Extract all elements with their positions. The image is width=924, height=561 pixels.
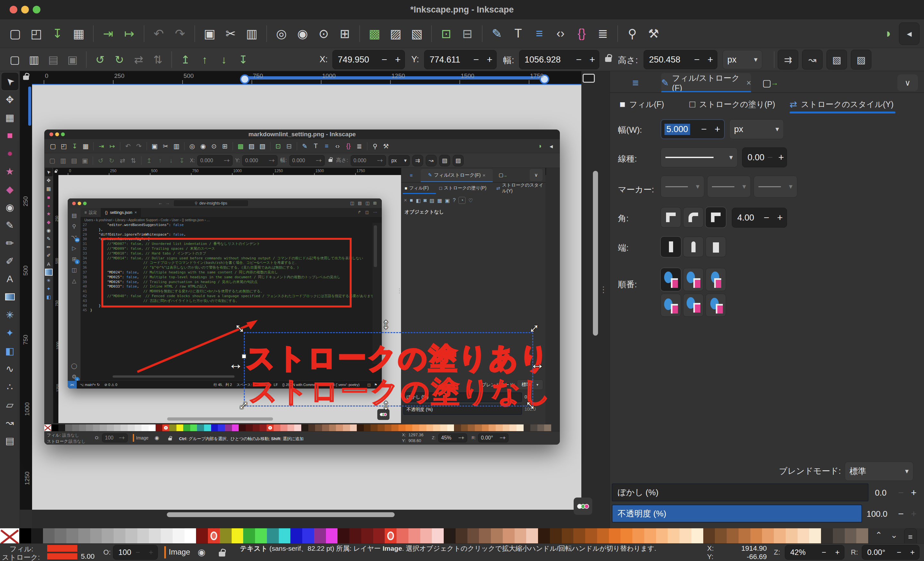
palette-swatch[interactable] [274, 425, 281, 431]
palette-swatch[interactable] [190, 425, 197, 431]
stroke-color-swatch[interactable] [47, 553, 77, 560]
palette-swatch[interactable] [208, 528, 220, 543]
palette-swatch[interactable] [432, 528, 444, 543]
palette-swatch[interactable] [405, 425, 412, 431]
palette-swatch[interactable] [246, 425, 253, 431]
palette-swatch[interactable] [126, 528, 137, 543]
palette-swatch[interactable] [149, 528, 161, 543]
mesh-tool[interactable]: ✳ [45, 276, 52, 285]
mid-marker-dropdown[interactable]: ▾ [707, 176, 751, 197]
palette-swatch[interactable] [373, 528, 385, 543]
palette-swatch[interactable] [426, 425, 434, 431]
stroke-width-field[interactable]: 5.000 −+ [661, 119, 725, 139]
import-icon[interactable]: ⇥ [98, 24, 119, 43]
eraser-tool[interactable]: ▱ [1, 396, 19, 414]
start-marker-dropdown[interactable]: ▾ [661, 176, 704, 197]
palette-swatch[interactable] [31, 528, 43, 543]
palette-swatch[interactable] [530, 425, 537, 431]
pen-tool[interactable]: ✎ [45, 235, 52, 243]
palette-swatch[interactable] [750, 528, 762, 543]
palette-swatch[interactable] [172, 528, 184, 543]
color-managed-view-icon[interactable] [574, 498, 592, 515]
snap-toggle-icon[interactable]: ◗ [878, 24, 899, 43]
node-tool[interactable]: ✥ [45, 176, 52, 185]
spiral-tool[interactable]: ◉ [45, 226, 52, 235]
palette-swatch[interactable] [408, 528, 420, 543]
palette-swatch[interactable] [809, 528, 821, 543]
text-tool[interactable]: A [1, 270, 19, 288]
palette-swatch[interactable] [290, 528, 302, 543]
height-plus[interactable]: + [704, 54, 717, 65]
palette-swatch[interactable] [798, 528, 810, 543]
palette-swatch[interactable] [468, 425, 475, 431]
paste-icon[interactable]: ▥ [241, 24, 262, 43]
units-dropdown[interactable]: px▾ [723, 50, 762, 69]
palette-swatch[interactable] [253, 425, 260, 431]
palette-swatch[interactable] [196, 528, 208, 543]
palette-swatch[interactable] [93, 425, 100, 431]
stroke-width-minus[interactable]: − [697, 124, 711, 135]
cap-square-button[interactable] [705, 236, 726, 257]
palette-swatch[interactable] [392, 425, 399, 431]
zoom-page-width-icon[interactable]: ⊞ [334, 24, 356, 43]
selector-tool[interactable]: ➤ [1, 72, 19, 90]
palette-swatch[interactable] [692, 528, 703, 543]
palette-swatch[interactable] [114, 528, 126, 543]
pages-tool[interactable]: ▤ [1, 431, 19, 449]
object-opacity-field[interactable]: 100−+ [113, 545, 158, 560]
palette-swatch[interactable] [491, 528, 503, 543]
paint-order-1-button[interactable] [661, 268, 681, 291]
palette-swatch[interactable] [668, 528, 680, 543]
palette-swatch[interactable] [856, 528, 868, 543]
width-minus[interactable]: − [572, 54, 585, 65]
current-layer-name[interactable]: Image [169, 548, 190, 557]
undo-icon[interactable]: ↶ [148, 24, 170, 43]
palette-swatch[interactable] [114, 425, 121, 431]
palette-swatch[interactable] [86, 425, 93, 431]
palette-swatch[interactable] [370, 425, 378, 431]
palette-swatch[interactable] [738, 528, 750, 543]
horizontal-scrollbar[interactable] [167, 512, 394, 517]
spray-tool[interactable]: ∴ [1, 378, 19, 396]
palette-swatch[interactable] [184, 528, 196, 543]
palette-swatch[interactable] [302, 528, 314, 543]
stretch-handle-w[interactable]: ↔ [228, 356, 243, 371]
stretch-handle-s[interactable]: ↔ [381, 398, 396, 413]
palette-swatch[interactable] [220, 528, 232, 543]
cap-round-button[interactable] [683, 236, 704, 257]
palette-swatch[interactable] [715, 528, 727, 543]
connector-tool[interactable]: ↝ [1, 414, 19, 431]
swatches-dialog-tab[interactable]: ≡ [613, 73, 658, 92]
palette-swatch[interactable] [100, 425, 107, 431]
palette-swatch[interactable] [562, 528, 574, 543]
dropper-tool[interactable]: ✦ [1, 324, 19, 342]
lock-ratio-icon[interactable] [605, 57, 612, 62]
x-minus[interactable]: − [378, 54, 391, 65]
rectangle-tool[interactable]: ■ [1, 126, 19, 144]
new-document-icon[interactable]: ▢ [4, 24, 26, 43]
palette-swatch[interactable] [183, 425, 190, 431]
zoom-selection-icon[interactable]: ◎ [271, 24, 292, 43]
print-icon[interactable]: ▦ [68, 24, 89, 43]
minimize-window-button[interactable] [21, 6, 29, 13]
palette-swatch[interactable] [845, 528, 856, 543]
x-plus[interactable]: + [391, 54, 405, 65]
zoom-window-button[interactable] [33, 6, 40, 13]
layer-visibility-icon[interactable]: ◉ [198, 547, 206, 558]
palette-swatch[interactable] [364, 425, 371, 431]
dash-offset-field[interactable]: 0.00−+ [742, 147, 787, 168]
horizontal-ruler[interactable]: 02505007501000125015001750 [32, 71, 581, 84]
palette-swatch[interactable] [162, 425, 170, 431]
group-icon[interactable]: ⊡ [436, 24, 457, 43]
blur-plus[interactable]: + [907, 487, 921, 498]
palette-swatch[interactable] [301, 425, 308, 431]
palette-swatch[interactable] [412, 425, 419, 431]
palette-swatch[interactable] [833, 528, 845, 543]
flip-horizontal-icon[interactable]: ⇄ [129, 51, 148, 69]
palette-swatch[interactable] [396, 528, 408, 543]
palette-swatch[interactable] [597, 528, 609, 543]
redo-icon[interactable]: ↷ [170, 24, 190, 43]
palette-swatch[interactable] [399, 425, 405, 431]
text-tool[interactable]: A [45, 260, 52, 268]
palette-swatch[interactable] [141, 425, 148, 431]
